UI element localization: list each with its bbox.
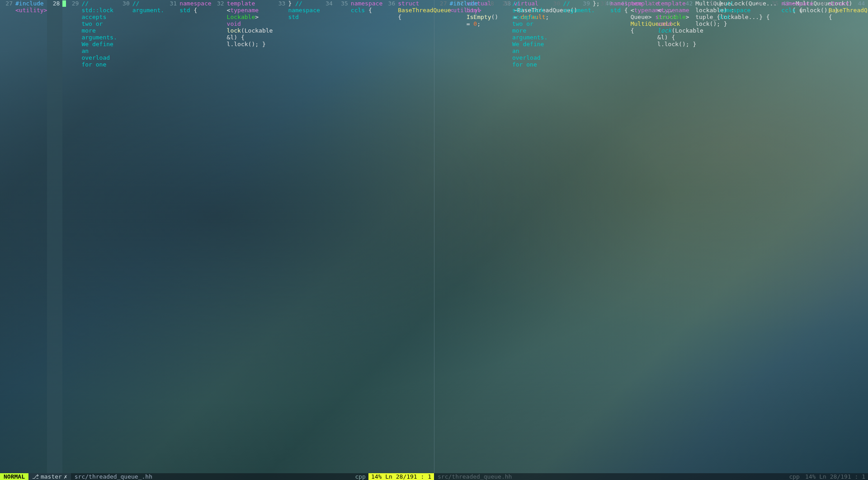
- line-text[interactable]: } // namespace std: [288, 0, 320, 473]
- code-line[interactable]: 30// argument.: [117, 0, 164, 473]
- position-indicator: 14% Ln 28/191 : 1: [802, 473, 868, 480]
- branch-name: master: [41, 473, 62, 480]
- line-number: 28: [47, 0, 62, 473]
- line-text[interactable]: struct BaseThreadQueue {: [829, 0, 868, 473]
- code-line[interactable]: 35namespace ccls {: [335, 0, 382, 473]
- line-number: 30: [547, 0, 563, 473]
- code-line[interactable]: 31namespace std {: [595, 0, 642, 473]
- line-number: 34: [320, 0, 335, 473]
- line-number: 34: [750, 0, 766, 473]
- line-text[interactable]: // argument.: [563, 0, 594, 473]
- code-line[interactable]: 28: [481, 0, 497, 473]
- line-text[interactable]: // argument.: [132, 0, 164, 473]
- code-line[interactable]: 32template <typename Lockable> void lock…: [212, 0, 273, 473]
- line-number: 35: [766, 0, 781, 473]
- line-number: 36: [813, 0, 829, 473]
- line-text[interactable]: namespace std {: [179, 0, 211, 473]
- line-number: 32: [212, 0, 227, 473]
- line-number: 29: [497, 0, 512, 473]
- file-path: src/threaded_queue_.hh: [71, 473, 353, 480]
- line-number: 29: [66, 0, 81, 473]
- cursor: [62, 0, 66, 7]
- right-pane[interactable]: 27#include <utility>28 29// std::lock ac…: [434, 0, 868, 473]
- mode-indicator: NORMAL: [0, 473, 28, 480]
- code-line[interactable]: 34: [750, 0, 766, 473]
- git-branch: ⎇ master ✗: [28, 473, 71, 480]
- code-line[interactable]: 27#include <utility>: [434, 0, 481, 473]
- line-number: 36: [382, 0, 398, 473]
- filetype: cpp: [786, 473, 802, 480]
- statusline-left: NORMAL ⎇ master ✗ src/threaded_queue_.hh…: [0, 473, 434, 480]
- code-line[interactable]: 27#include <utility>: [0, 0, 47, 473]
- line-number: 28: [481, 0, 497, 473]
- line-text[interactable]: #include <utility>: [15, 0, 47, 473]
- code-line[interactable]: 32template <typename Lockable> void lock…: [642, 0, 703, 473]
- code-line[interactable]: 33} // namespace std: [273, 0, 320, 473]
- line-number: 33: [273, 0, 288, 473]
- code-line[interactable]: 29// std::lock accepts two or more argum…: [497, 0, 547, 473]
- line-text[interactable]: [62, 0, 66, 473]
- line-text[interactable]: namespace ccls {: [351, 0, 382, 473]
- line-text[interactable]: namespace ccls {: [781, 0, 813, 473]
- filetype: cpp: [352, 473, 368, 480]
- line-number: 27: [0, 0, 15, 473]
- dirty-icon: ✗: [64, 473, 67, 480]
- line-number: 32: [642, 0, 657, 473]
- editor-viewport[interactable]: 27#include <utility>2829// std::lock acc…: [0, 0, 868, 473]
- line-number: 35: [335, 0, 351, 473]
- code-line[interactable]: 31namespace std {: [164, 0, 211, 473]
- line-number: 31: [164, 0, 179, 473]
- code-line[interactable]: 28: [47, 0, 66, 473]
- branch-icon: ⎇: [32, 473, 39, 480]
- line-number: 30: [117, 0, 132, 473]
- code-line[interactable]: 33} // namespace std: [703, 0, 750, 473]
- code-line[interactable]: 34: [320, 0, 335, 473]
- line-text[interactable]: // std::lock accepts two or more argumen…: [81, 0, 117, 473]
- line-number: 31: [595, 0, 610, 473]
- line-text[interactable]: template <typename Lockable> void lock(L…: [657, 0, 703, 473]
- line-number: 33: [703, 0, 719, 473]
- code-line[interactable]: 29// std::lock accepts two or more argum…: [66, 0, 117, 473]
- left-pane[interactable]: 27#include <utility>2829// std::lock acc…: [0, 0, 434, 473]
- code-line[interactable]: 35namespace ccls {: [766, 0, 813, 473]
- line-text[interactable]: } // namespace std: [719, 0, 750, 473]
- line-number: 27: [434, 0, 450, 473]
- file-path: src/threaded_queue.hh: [434, 473, 786, 480]
- line-text[interactable]: template <typename Lockable> void lock(L…: [227, 0, 273, 473]
- status-bar: NORMAL ⎇ master ✗ src/threaded_queue_.hh…: [0, 473, 868, 480]
- position-indicator: 14% Ln 28/191 : 1: [368, 473, 434, 480]
- code-line[interactable]: 36struct BaseThreadQueue {: [813, 0, 868, 473]
- statusline-right: src/threaded_queue.hh cpp 14% Ln 28/191 …: [434, 473, 868, 480]
- code-line[interactable]: 30// argument.: [547, 0, 594, 473]
- line-text[interactable]: namespace std {: [610, 0, 642, 473]
- line-text[interactable]: // std::lock accepts two or more argumen…: [512, 0, 547, 473]
- line-text[interactable]: #include <utility>: [450, 0, 481, 473]
